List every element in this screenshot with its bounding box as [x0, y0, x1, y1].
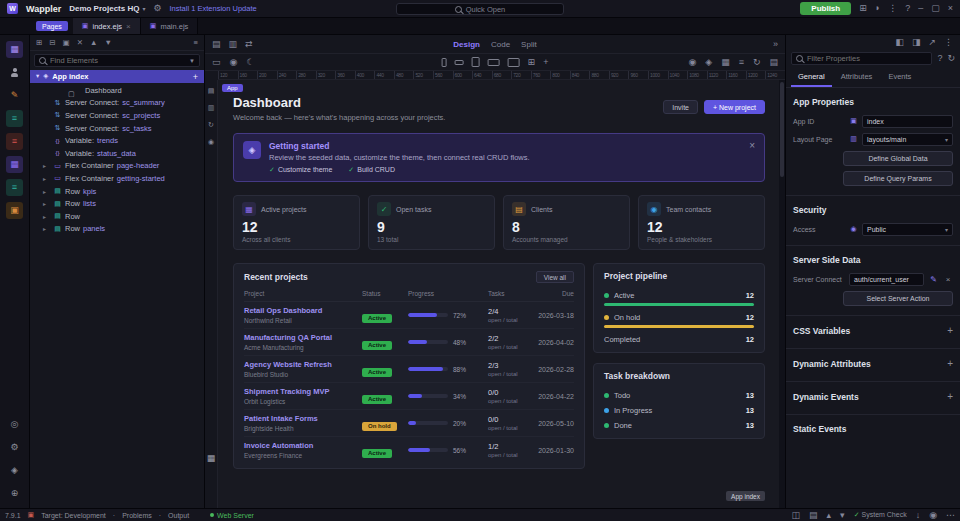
mode-design[interactable]: Design: [453, 40, 480, 49]
collapse-all-icon[interactable]: ⊟: [49, 39, 55, 47]
add-icon[interactable]: +: [947, 325, 953, 336]
tab-general[interactable]: General: [791, 70, 832, 87]
phone-landscape-icon[interactable]: [455, 60, 464, 65]
tree-item[interactable]: {}Variable:status_data: [30, 147, 204, 160]
docs-icon[interactable]: ▤: [769, 58, 778, 67]
tree-item[interactable]: ▸▤Row: [30, 210, 204, 223]
close-icon[interactable]: ×: [948, 4, 953, 13]
add-icon[interactable]: +: [947, 391, 953, 402]
edit-pencil-icon[interactable]: ✎: [928, 275, 939, 284]
scrollbar-thumb[interactable]: [780, 82, 784, 177]
project-name-link[interactable]: Retail Ops Dashboard: [244, 306, 362, 315]
dark-mode-moon-icon[interactable]: ☾: [246, 58, 254, 67]
account-badge-icon[interactable]: ◎: [6, 416, 23, 433]
tab-index-ejs[interactable]: ▣ index.ejs ×: [73, 18, 141, 34]
table-row[interactable]: Patient Intake FormsBrightside HealthOn …: [244, 410, 574, 437]
desktop-icon[interactable]: [508, 58, 520, 67]
tab-events[interactable]: Events: [881, 70, 918, 87]
clear-icon[interactable]: ×: [943, 275, 953, 284]
elements-icon[interactable]: ▤: [208, 87, 215, 94]
output-label[interactable]: Output: [168, 512, 189, 519]
chevron-right-icon[interactable]: ▸: [43, 225, 50, 232]
define-global-data-button[interactable]: Define Global Data: [843, 151, 953, 166]
minimize-icon[interactable]: –: [918, 4, 923, 13]
app-blocks-icon[interactable]: ▦: [6, 156, 23, 173]
routing-icon[interactable]: ⇄: [245, 40, 253, 49]
scroll-up-icon[interactable]: ▴: [827, 511, 832, 520]
display-settings-icon[interactable]: ≡: [739, 58, 744, 67]
chevron-right-icon[interactable]: ▸: [43, 188, 50, 195]
tree-item[interactable]: ⇅Server Connect:sc_projects: [30, 109, 204, 122]
app-id-input[interactable]: index: [862, 115, 953, 128]
table-row[interactable]: Manufacturing QA PortalAcme Manufacturin…: [244, 329, 574, 356]
user-icon[interactable]: [6, 64, 23, 81]
refresh-icon[interactable]: ↻: [947, 54, 955, 63]
partials-icon[interactable]: ▥: [229, 40, 238, 49]
artboard-icon[interactable]: ▭: [212, 58, 221, 67]
tree-item[interactable]: ⇅Server Connect:sc_tasks: [30, 122, 204, 135]
extensions-icon[interactable]: ◈: [6, 462, 23, 479]
close-tab-icon[interactable]: ×: [126, 22, 131, 31]
table-row[interactable]: Shipment Tracking MVPOrbit LogisticsActi…: [244, 383, 574, 410]
access-select[interactable]: Public▾: [862, 223, 953, 236]
snippets-icon[interactable]: ▥: [208, 104, 215, 111]
tree-item[interactable]: ▸▤Rowkpis: [30, 185, 204, 198]
expand-all-icon[interactable]: ⊞: [36, 39, 42, 47]
bell-icon[interactable]: ◉: [929, 511, 937, 520]
screenshot-icon[interactable]: ◉: [230, 58, 238, 67]
copy-icon[interactable]: ▣: [63, 39, 70, 47]
chevron-right-icon[interactable]: ▸: [43, 162, 50, 169]
more-vert-icon[interactable]: ⋮: [888, 4, 897, 13]
add-icon[interactable]: +: [947, 358, 953, 369]
layout-page-select[interactable]: layouts/main▾: [862, 133, 953, 146]
table-row[interactable]: Retail Ops DashboardNorthwind RetailActi…: [244, 302, 574, 329]
history-icon[interactable]: ↻: [208, 121, 214, 128]
invite-button[interactable]: Invite: [663, 100, 698, 114]
whats-new-icon[interactable]: ◈: [705, 58, 712, 67]
panel-menu-icon[interactable]: ⋮: [944, 38, 953, 47]
quick-open-button[interactable]: Quick Open: [396, 3, 564, 15]
scroll-down-icon[interactable]: ▾: [840, 511, 845, 520]
delete-icon[interactable]: ✕: [77, 39, 83, 47]
server-connect-input[interactable]: auth/current_user: [849, 273, 924, 286]
project-name-link[interactable]: Manufacturing QA Portal: [244, 333, 362, 342]
grid-overlay-icon[interactable]: ▦: [721, 58, 730, 67]
view-all-button[interactable]: View all: [536, 271, 574, 283]
filter-properties-field[interactable]: [791, 52, 932, 65]
tab-main-ejs[interactable]: ▣ main.ejs: [141, 18, 199, 34]
tree-item[interactable]: ▸▭Flex Containerpage-header: [30, 160, 204, 173]
database-manager-icon[interactable]: ≡: [6, 110, 23, 127]
design-brush-icon[interactable]: ✎: [6, 87, 23, 104]
laptop-icon[interactable]: [488, 59, 500, 66]
tree-item[interactable]: ▢Dashboard: [30, 84, 204, 97]
move-up-icon[interactable]: ▲: [90, 39, 97, 47]
tree-item[interactable]: ▸▤Rowlists: [30, 197, 204, 210]
table-row[interactable]: Agency Website RefreshBluebird StudioAct…: [244, 356, 574, 383]
pages-badge[interactable]: Pages: [36, 21, 68, 31]
workspace-layout-icon[interactable]: ⊞: [859, 4, 867, 13]
tab-attributes[interactable]: Attributes: [834, 70, 880, 87]
new-project-button[interactable]: + New project: [704, 100, 765, 114]
tree-item[interactable]: {}Variable:trends: [30, 134, 204, 147]
tree-item[interactable]: ▸▤Rowpanels: [30, 223, 204, 236]
web-server-status[interactable]: Web Server: [210, 512, 254, 519]
tips-icon[interactable]: ◉: [688, 58, 696, 67]
add-breakpoint-icon[interactable]: +: [543, 58, 548, 67]
app-element-badge[interactable]: App: [222, 84, 243, 92]
more-icon[interactable]: ⋯: [946, 511, 955, 520]
maximize-icon[interactable]: ▢: [931, 4, 940, 13]
layout-toggle-icon[interactable]: ◫: [792, 511, 801, 520]
target-label[interactable]: Target: Development: [41, 512, 106, 519]
select-server-action-button[interactable]: Select Server Action: [843, 291, 953, 306]
dock-left-icon[interactable]: ◧: [895, 38, 904, 47]
list-view-icon[interactable]: ≡: [194, 39, 198, 47]
filter-properties-input[interactable]: [807, 54, 927, 63]
server-data-icon[interactable]: ≡: [6, 133, 23, 150]
chevron-right-icon[interactable]: ▸: [43, 175, 50, 182]
system-check[interactable]: ✓System Check: [854, 511, 907, 519]
define-query-params-button[interactable]: Define Query Params: [843, 171, 953, 186]
terminal-icon[interactable]: ▤: [809, 511, 818, 520]
problems-label[interactable]: Problems: [122, 512, 152, 519]
gear-icon[interactable]: ⚙: [153, 4, 161, 13]
find-elements-input[interactable]: [50, 56, 185, 65]
